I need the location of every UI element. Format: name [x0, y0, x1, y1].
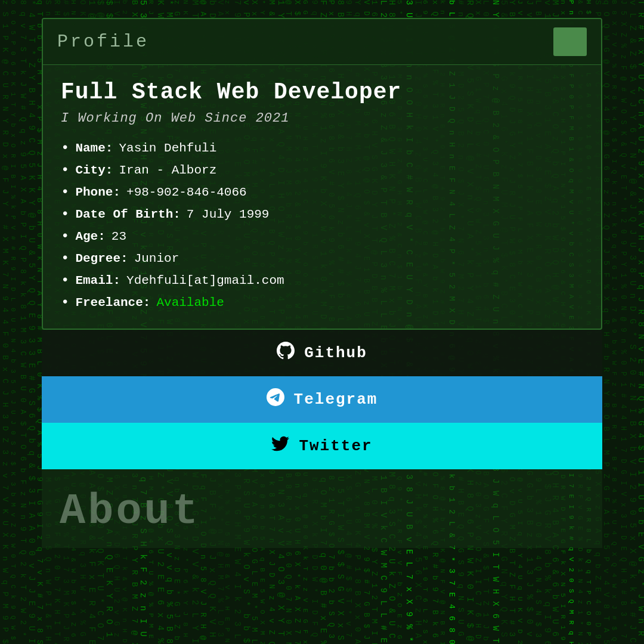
info-label: City:: [75, 163, 113, 177]
info-value: Iran - Alborz: [119, 163, 216, 177]
telegram-icon: [267, 388, 284, 411]
twitter-icon: [271, 435, 289, 457]
info-label: Name:: [75, 141, 113, 155]
profile-header-icon: [553, 27, 587, 56]
info-value: Yasin Dehfuli: [119, 141, 216, 155]
info-item: Age:23: [61, 228, 583, 244]
info-item: Email:Ydehfuli[at]gmail.com: [61, 273, 583, 289]
profile-body: Full Stack Web Developer I Working On We…: [43, 65, 601, 329]
social-buttons: Github Telegram Twitter: [42, 330, 602, 469]
twitter-label: Twitter: [299, 437, 372, 455]
about-title: About: [60, 487, 200, 536]
info-label: Degree:: [75, 252, 128, 265]
info-label: Email:: [75, 274, 120, 287]
job-subtitle: I Working On Web Since 2021: [61, 111, 583, 126]
info-item: City:Iran - Alborz: [61, 162, 583, 178]
telegram-label: Telegram: [294, 391, 378, 408]
info-value: Ydehfuli[at]gmail.com: [126, 274, 284, 287]
github-label: Github: [304, 344, 367, 362]
info-value: Junior: [134, 252, 179, 265]
info-item: Degree:Junior: [61, 250, 583, 267]
profile-header: Profile: [43, 19, 601, 65]
github-button[interactable]: Github: [42, 330, 602, 376]
github-icon: [277, 342, 295, 364]
info-item: Freelance:Available: [61, 295, 583, 311]
info-value: +98-902-846-4066: [126, 185, 247, 199]
info-item: Name:Yasin Dehfuli: [61, 140, 583, 156]
info-label: Freelance:: [75, 296, 150, 309]
profile-card: Profile Full Stack Web Developer I Worki…: [42, 18, 602, 330]
info-value: Available: [156, 296, 224, 309]
info-list: Name:Yasin DehfuliCity:Iran - AlborzPhon…: [61, 140, 583, 311]
info-label: Age:: [75, 230, 105, 243]
info-label: Phone:: [75, 185, 120, 199]
info-value: 7 July 1999: [187, 208, 270, 221]
job-title: Full Stack Web Developer: [61, 79, 583, 105]
info-label: Date Of Birth:: [75, 208, 180, 221]
info-item: Date Of Birth:7 July 1999: [61, 206, 583, 222]
info-value: 23: [112, 230, 126, 243]
profile-title: Profile: [57, 32, 149, 52]
telegram-button[interactable]: Telegram: [42, 376, 602, 423]
info-item: Phone:+98-902-846-4066: [61, 184, 583, 200]
twitter-button[interactable]: Twitter: [42, 423, 602, 469]
about-section: About: [42, 469, 602, 548]
